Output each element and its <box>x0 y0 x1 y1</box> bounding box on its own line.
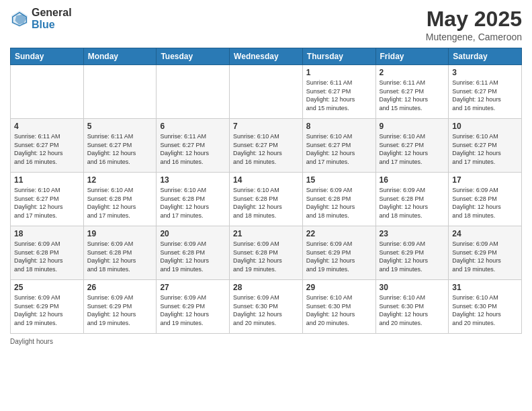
calendar-cell: 16Sunrise: 6:09 AM Sunset: 6:28 PM Dayli… <box>375 173 449 226</box>
day-number: 1 <box>306 68 372 77</box>
calendar-cell: 23Sunrise: 6:09 AM Sunset: 6:29 PM Dayli… <box>375 226 449 280</box>
calendar-cell: 27Sunrise: 6:09 AM Sunset: 6:29 PM Dayli… <box>157 280 230 334</box>
calendar-cell: 14Sunrise: 6:10 AM Sunset: 6:28 PM Dayli… <box>230 173 303 226</box>
logo-icon <box>10 9 29 28</box>
subtitle: Mutengene, Cameroon <box>426 32 522 42</box>
day-number: 10 <box>452 122 518 131</box>
calendar-cell: 17Sunrise: 6:09 AM Sunset: 6:28 PM Dayli… <box>449 173 522 226</box>
day-number: 28 <box>233 283 299 292</box>
day-info: Sunrise: 6:09 AM Sunset: 6:28 PM Dayligh… <box>87 240 153 273</box>
day-info: Sunrise: 6:09 AM Sunset: 6:29 PM Dayligh… <box>14 293 80 327</box>
day-info: Sunrise: 6:11 AM Sunset: 6:27 PM Dayligh… <box>452 79 518 112</box>
day-number: 18 <box>14 229 80 238</box>
calendar-cell: 11Sunrise: 6:10 AM Sunset: 6:27 PM Dayli… <box>11 173 84 226</box>
title-block: May 2025 Mutengene, Cameroon <box>426 7 522 42</box>
calendar-cell: 24Sunrise: 6:09 AM Sunset: 6:29 PM Dayli… <box>449 226 522 280</box>
day-number: 13 <box>160 175 226 185</box>
day-number: 2 <box>380 68 445 77</box>
day-info: Sunrise: 6:09 AM Sunset: 6:28 PM Dayligh… <box>306 186 372 220</box>
day-info: Sunrise: 6:10 AM Sunset: 6:28 PM Dayligh… <box>160 186 226 220</box>
day-number: 20 <box>160 229 226 238</box>
calendar-cell: 9Sunrise: 6:10 AM Sunset: 6:27 PM Daylig… <box>375 119 449 173</box>
day-info: Sunrise: 6:10 AM Sunset: 6:27 PM Dayligh… <box>306 132 372 166</box>
day-info: Sunrise: 6:10 AM Sunset: 6:30 PM Dayligh… <box>306 293 372 327</box>
day-number: 8 <box>306 122 372 131</box>
calendar-cell: 13Sunrise: 6:10 AM Sunset: 6:28 PM Dayli… <box>157 173 230 226</box>
day-number: 30 <box>380 283 445 292</box>
calendar-week-5: 25Sunrise: 6:09 AM Sunset: 6:29 PM Dayli… <box>11 280 522 334</box>
day-header-saturday: Saturday <box>449 48 522 65</box>
calendar-cell: 1Sunrise: 6:11 AM Sunset: 6:27 PM Daylig… <box>302 65 375 119</box>
calendar: SundayMondayTuesdayWednesdayThursdayFrid… <box>10 48 522 334</box>
calendar-cell: 21Sunrise: 6:09 AM Sunset: 6:28 PM Dayli… <box>230 226 303 280</box>
day-info: Sunrise: 6:09 AM Sunset: 6:28 PM Dayligh… <box>233 240 299 273</box>
day-number: 26 <box>87 283 153 292</box>
day-number: 5 <box>87 122 153 131</box>
day-header-tuesday: Tuesday <box>157 48 230 65</box>
calendar-cell: 2Sunrise: 6:11 AM Sunset: 6:27 PM Daylig… <box>375 65 449 119</box>
day-info: Sunrise: 6:10 AM Sunset: 6:27 PM Dayligh… <box>452 132 518 166</box>
day-header-wednesday: Wednesday <box>230 48 303 65</box>
calendar-cell: 8Sunrise: 6:10 AM Sunset: 6:27 PM Daylig… <box>302 119 375 173</box>
logo: General Blue <box>10 7 72 30</box>
calendar-cell: 15Sunrise: 6:09 AM Sunset: 6:28 PM Dayli… <box>302 173 375 226</box>
day-info: Sunrise: 6:10 AM Sunset: 6:28 PM Dayligh… <box>233 186 299 220</box>
calendar-cell: 5Sunrise: 6:11 AM Sunset: 6:27 PM Daylig… <box>83 119 157 173</box>
day-number: 9 <box>380 122 445 131</box>
day-number: 17 <box>452 175 518 185</box>
day-number: 19 <box>87 229 153 238</box>
calendar-week-4: 18Sunrise: 6:09 AM Sunset: 6:28 PM Dayli… <box>11 226 522 280</box>
day-info: Sunrise: 6:09 AM Sunset: 6:28 PM Dayligh… <box>160 240 226 273</box>
calendar-week-3: 11Sunrise: 6:10 AM Sunset: 6:27 PM Dayli… <box>11 173 522 226</box>
main-title: May 2025 <box>426 7 522 32</box>
calendar-cell: 7Sunrise: 6:10 AM Sunset: 6:27 PM Daylig… <box>230 119 303 173</box>
day-number: 16 <box>380 175 445 185</box>
day-number: 12 <box>87 175 153 185</box>
day-info: Sunrise: 6:09 AM Sunset: 6:30 PM Dayligh… <box>233 293 299 327</box>
day-number: 23 <box>380 229 445 238</box>
calendar-week-1: 1Sunrise: 6:11 AM Sunset: 6:27 PM Daylig… <box>11 65 522 119</box>
day-header-thursday: Thursday <box>302 48 375 65</box>
page: General Blue May 2025 Mutengene, Cameroo… <box>0 0 532 411</box>
day-number: 6 <box>160 122 226 131</box>
calendar-cell: 22Sunrise: 6:09 AM Sunset: 6:29 PM Dayli… <box>302 226 375 280</box>
calendar-cell <box>11 65 84 119</box>
logo-general: General <box>32 7 72 19</box>
day-header-sunday: Sunday <box>11 48 84 65</box>
day-info: Sunrise: 6:11 AM Sunset: 6:27 PM Dayligh… <box>14 132 80 166</box>
header: General Blue May 2025 Mutengene, Cameroo… <box>10 7 522 42</box>
day-number: 11 <box>14 175 80 185</box>
calendar-cell <box>83 65 157 119</box>
calendar-cell: 4Sunrise: 6:11 AM Sunset: 6:27 PM Daylig… <box>11 119 84 173</box>
footer: Daylight hours <box>10 338 522 345</box>
day-info: Sunrise: 6:10 AM Sunset: 6:27 PM Dayligh… <box>14 186 80 220</box>
logo-blue: Blue <box>32 19 72 31</box>
day-number: 22 <box>306 229 372 238</box>
day-info: Sunrise: 6:11 AM Sunset: 6:27 PM Dayligh… <box>87 132 153 166</box>
day-number: 15 <box>306 175 372 185</box>
day-number: 29 <box>306 283 372 292</box>
day-info: Sunrise: 6:10 AM Sunset: 6:27 PM Dayligh… <box>380 132 445 166</box>
calendar-cell: 29Sunrise: 6:10 AM Sunset: 6:30 PM Dayli… <box>302 280 375 334</box>
day-number: 7 <box>233 122 299 131</box>
calendar-cell: 19Sunrise: 6:09 AM Sunset: 6:28 PM Dayli… <box>83 226 157 280</box>
day-number: 27 <box>160 283 226 292</box>
calendar-cell: 31Sunrise: 6:10 AM Sunset: 6:30 PM Dayli… <box>449 280 522 334</box>
day-info: Sunrise: 6:09 AM Sunset: 6:28 PM Dayligh… <box>14 240 80 273</box>
day-info: Sunrise: 6:09 AM Sunset: 6:29 PM Dayligh… <box>87 293 153 327</box>
day-info: Sunrise: 6:09 AM Sunset: 6:29 PM Dayligh… <box>452 240 518 273</box>
calendar-header-row: SundayMondayTuesdayWednesdayThursdayFrid… <box>11 48 522 65</box>
day-info: Sunrise: 6:10 AM Sunset: 6:28 PM Dayligh… <box>87 186 153 220</box>
calendar-cell: 20Sunrise: 6:09 AM Sunset: 6:28 PM Dayli… <box>157 226 230 280</box>
day-info: Sunrise: 6:10 AM Sunset: 6:27 PM Dayligh… <box>233 132 299 166</box>
day-info: Sunrise: 6:11 AM Sunset: 6:27 PM Dayligh… <box>160 132 226 166</box>
day-number: 4 <box>14 122 80 131</box>
calendar-cell <box>157 65 230 119</box>
calendar-cell: 28Sunrise: 6:09 AM Sunset: 6:30 PM Dayli… <box>230 280 303 334</box>
day-number: 24 <box>452 229 518 238</box>
day-header-monday: Monday <box>83 48 157 65</box>
calendar-cell: 3Sunrise: 6:11 AM Sunset: 6:27 PM Daylig… <box>449 65 522 119</box>
day-number: 14 <box>233 175 299 185</box>
day-info: Sunrise: 6:09 AM Sunset: 6:29 PM Dayligh… <box>306 240 372 273</box>
day-info: Sunrise: 6:09 AM Sunset: 6:29 PM Dayligh… <box>160 293 226 327</box>
